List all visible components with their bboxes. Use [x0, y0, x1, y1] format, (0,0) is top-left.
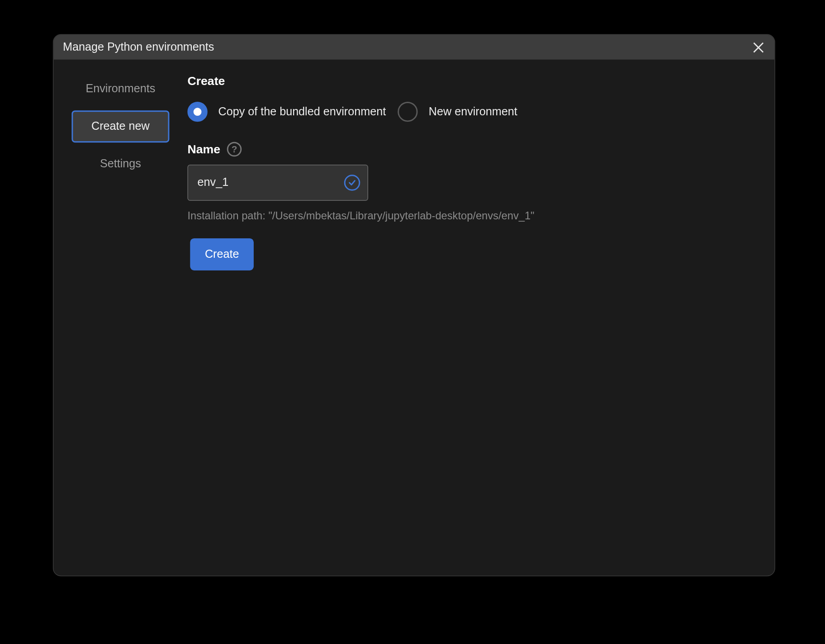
close-icon[interactable]: [752, 41, 765, 54]
radio-button-new-env[interactable]: [398, 102, 418, 122]
radio-option-copy-bundled[interactable]: Copy of the bundled environment: [187, 102, 386, 122]
dialog-title: Manage Python environments: [63, 41, 214, 54]
radio-label-copy-bundled: Copy of the bundled environment: [218, 105, 386, 118]
installation-path-text: Installation path: "/Users/mbektas/Libra…: [187, 210, 761, 223]
sidebar: Environments Create new Settings: [53, 60, 187, 576]
sidebar-item-settings[interactable]: Settings: [88, 151, 153, 177]
sidebar-item-create-new[interactable]: Create new: [71, 110, 170, 142]
dialog-titlebar: Manage Python environments: [53, 35, 774, 60]
manage-environments-dialog: Manage Python environments Environments …: [53, 34, 775, 576]
radio-button-copy-bundled[interactable]: [187, 102, 207, 122]
create-button[interactable]: Create: [190, 238, 254, 270]
radio-label-new-env: New environment: [429, 105, 517, 118]
check-circle-icon: [344, 175, 360, 191]
main-panel: Create Copy of the bundled environment N…: [187, 60, 774, 576]
name-input[interactable]: [187, 165, 368, 201]
help-icon[interactable]: ?: [227, 142, 242, 157]
name-field-label-row: Name ?: [187, 142, 761, 157]
create-section-title: Create: [187, 74, 761, 88]
sidebar-item-environments[interactable]: Environments: [74, 76, 167, 102]
radio-option-new-env[interactable]: New environment: [398, 102, 517, 122]
name-input-wrap: [187, 165, 368, 201]
name-field-label: Name: [187, 142, 220, 156]
dialog-body: Environments Create new Settings Create …: [53, 60, 774, 576]
env-type-radio-group: Copy of the bundled environment New envi…: [187, 102, 761, 122]
